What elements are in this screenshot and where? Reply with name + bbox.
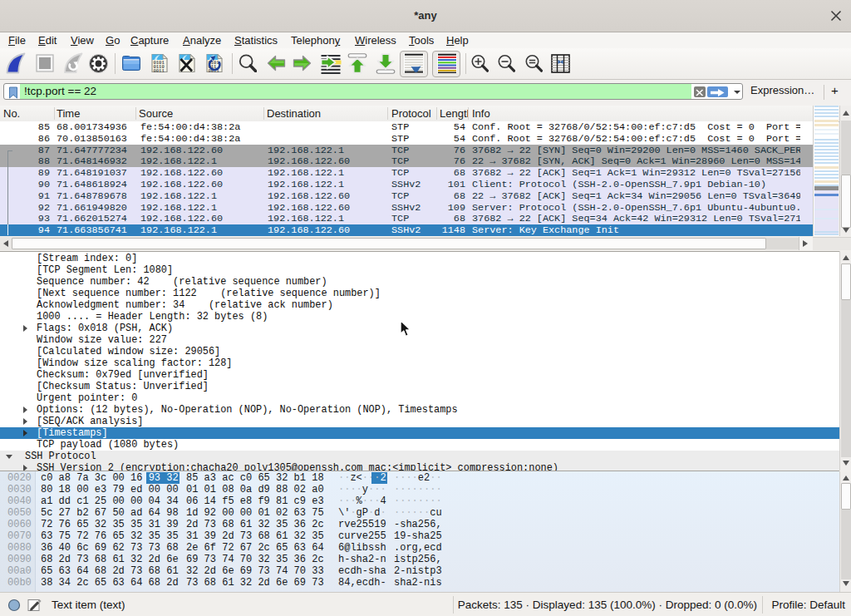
svg-text:0011: 0011 <box>154 67 165 73</box>
